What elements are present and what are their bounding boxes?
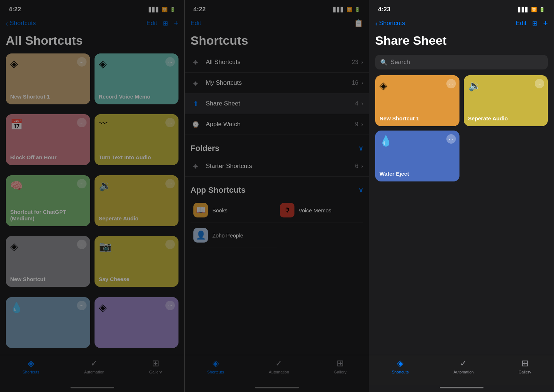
tab-bar-2: ◈ Shortcuts ✓ Automation ⊞ Gallery [185,355,369,385]
battery-icon-3: 🔋 [539,7,545,12]
page-title-1: All Shortcuts [0,32,184,52]
card-label-chatgpt: Shortcut for ChatGPT (Medium) [10,209,86,222]
card-icon-block-off: 📅 [10,119,86,131]
card-share-water-eject[interactable]: 💧 ··· Water Eject [375,131,459,181]
tab-gallery-3[interactable]: ⊞ Gallery [518,358,531,374]
card-icon-share-seperate-audio: 🔉 [468,80,544,92]
tab-automation-2[interactable]: ✓ Automation [269,358,289,374]
list-count-share-sheet: 4 [355,100,358,107]
battery-icon-1: 🔋 [170,7,176,12]
list-item-starter-shortcuts[interactable]: ◈ Starter Shortcuts 6 › [185,156,369,177]
tab-automation-icon-1: ✓ [91,358,98,368]
app-item-voice-memos[interactable]: 🎙 Voice Memos [277,198,364,223]
app-shortcuts-title: App Shortcuts [190,185,246,195]
tab-gallery-1[interactable]: ⊞ Gallery [149,358,162,374]
tab-gallery-icon-2: ⊞ [337,358,344,368]
card-menu-chatgpt[interactable]: ··· [77,179,87,188]
card-water-eject-1[interactable]: 💧 ··· [6,297,90,348]
app-icon-zoho: 👤 [193,228,208,243]
card-menu-new-shortcut[interactable]: ··· [77,240,87,249]
tab-bar-1: ◈ Shortcuts ✓ Automation ⊞ Gallery [0,355,184,385]
shortcuts-grid-1: ◈ ··· New Shortcut 1 ◈ ··· Record Voice … [0,52,184,355]
tab-automation-label-3: Automation [453,370,474,374]
share-shortcuts-grid: ◈ ··· New Shortcut 1 🔉 ··· Seperate Audi… [369,74,554,183]
card-menu-record-voice[interactable]: ··· [165,57,175,67]
card-block-off-hour[interactable]: 📅 ··· Block Off an Hour [6,114,90,165]
card-icon-seperate-audio: 🔉 [99,180,174,192]
app-shortcuts-chevron[interactable]: ∨ [358,186,363,194]
card-icon-share-new-shortcut-1: ◈ [380,80,455,92]
card-label-say-cheese: Say Cheese [99,276,174,283]
card-seperate-audio[interactable]: 🔉 ··· Seperate Audio [95,175,179,226]
card-icon-chatgpt: 🧠 [10,180,86,192]
home-bar-2 [255,387,299,388]
signal-icon-1: ▋▋▋ [149,7,160,12]
status-icons-2: ▋▋▋ 🛜 🔋 [333,7,360,12]
tab-automation-icon-3: ✓ [460,358,467,368]
tab-shortcuts-icon-2: ◈ [212,358,219,368]
edit-button-3[interactable]: Edit [516,20,526,27]
back-button-3[interactable]: ‹ Shortcuts [375,19,405,28]
list-item-share-sheet[interactable]: ⬆ Share Sheet 4 › [185,93,369,114]
nav-actions-1: Edit ⊞ + [146,19,178,28]
search-bar-3[interactable]: 🔍 Search [375,55,548,69]
tab-shortcuts-1[interactable]: ◈ Shortcuts [23,358,39,374]
card-new-shortcut-1[interactable]: ◈ ··· New Shortcut 1 [6,53,90,104]
status-time-2: 4:22 [193,6,206,13]
back-button-1[interactable]: ‹ Shortcuts [6,19,36,28]
card-menu-new-shortcut-1[interactable]: ··· [77,57,87,67]
card-label-seperate-audio: Seperate Audio [99,215,174,222]
list-item-apple-watch[interactable]: ⌚ Apple Watch 9 › [185,114,369,135]
home-bar-3 [440,387,483,388]
back-chevron-1: ‹ [6,19,8,28]
tab-gallery-2[interactable]: ⊞ Gallery [334,358,346,374]
tab-shortcuts-2[interactable]: ◈ Shortcuts [207,358,224,374]
add-button-3[interactable]: + [543,19,548,28]
card-shortcut-chatgpt[interactable]: 🧠 ··· Shortcut for ChatGPT (Medium) [6,175,90,226]
card-label-block-off: Block Off an Hour [10,154,86,161]
card-new-shortcut-purple[interactable]: ◈ ··· [95,297,179,348]
card-menu-water-eject-1[interactable]: ··· [77,301,87,310]
nav-icon-2[interactable]: 📋 [354,19,363,28]
grid-button-3[interactable]: ⊞ [532,20,537,27]
card-menu-share-new-shortcut-1[interactable]: ··· [446,79,456,88]
back-chevron-3: ‹ [375,19,378,28]
tab-automation-1[interactable]: ✓ Automation [84,358,104,374]
card-menu-share-seperate-audio[interactable]: ··· [535,79,544,88]
grid-button-1[interactable]: ⊞ [163,20,168,27]
list-count-my-shortcuts: 16 [352,80,358,86]
folders-chevron[interactable]: ∨ [358,144,363,152]
tab-shortcuts-label-1: Shortcuts [23,370,39,374]
app-item-books[interactable]: 📖 Books [190,198,277,223]
card-share-seperate-audio[interactable]: 🔉 ··· Seperate Audio [464,75,548,126]
list-count-apple-watch: 9 [355,121,358,128]
tab-shortcuts-label-2: Shortcuts [207,370,224,374]
card-menu-say-cheese[interactable]: ··· [165,240,175,249]
card-menu-block-off[interactable]: ··· [77,118,87,127]
card-new-shortcut[interactable]: ◈ ··· New Shortcut [6,236,90,287]
list-item-all-shortcuts[interactable]: ◈ All Shortcuts 23 › [185,52,369,73]
card-record-voice-memo[interactable]: ◈ ··· Record Voice Memo [95,53,179,104]
card-say-cheese[interactable]: 📷 ··· Say Cheese [95,236,179,287]
tab-shortcuts-3[interactable]: ◈ Shortcuts [392,358,409,374]
tab-shortcuts-icon-1: ◈ [28,358,34,368]
folders-section: Folders ∨ ◈ Starter Shortcuts 6 › [185,138,369,177]
card-menu-seperate-audio[interactable]: ··· [165,179,175,188]
edit-button-2[interactable]: Edit [190,20,201,27]
folders-title: Folders [190,144,219,153]
card-share-new-shortcut-1[interactable]: ◈ ··· New Shortcut 1 [375,75,459,126]
card-turn-text-audio[interactable]: 〰 ··· Turn Text Into Audio [95,114,179,165]
edit-button-1[interactable]: Edit [146,20,157,27]
tab-automation-3[interactable]: ✓ Automation [453,358,474,374]
screen3-spacer [369,183,554,355]
card-label-record-voice: Record Voice Memo [99,93,174,100]
card-menu-share-water-eject[interactable]: ··· [446,134,456,144]
card-label-new-shortcut-1: New Shortcut 1 [10,93,86,100]
list-chevron-all-shortcuts: › [361,59,363,65]
app-item-zoho-people[interactable]: 👤 Zoho People [190,223,277,248]
app-icon-books: 📖 [193,203,208,217]
add-button-1[interactable]: + [174,19,178,28]
list-item-my-shortcuts[interactable]: ◈ My Shortcuts 16 › [185,73,369,93]
home-bar-1 [71,387,114,388]
card-menu-new-shortcut-purple[interactable]: ··· [165,301,175,310]
